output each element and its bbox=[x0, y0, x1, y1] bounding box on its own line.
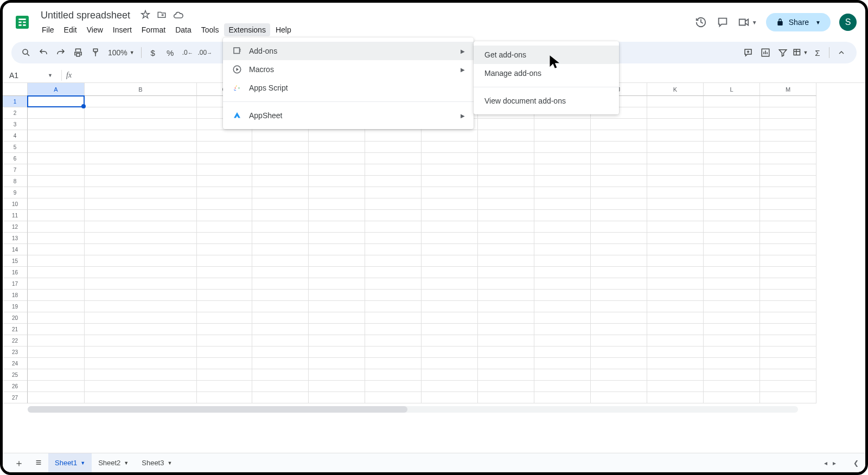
menu-item-macros[interactable]: Macros▶ bbox=[223, 60, 474, 79]
cell[interactable] bbox=[309, 233, 365, 244]
cell[interactable] bbox=[478, 233, 534, 244]
cell[interactable] bbox=[252, 187, 309, 198]
cell[interactable] bbox=[534, 369, 591, 381]
cell[interactable] bbox=[309, 301, 365, 312]
cell[interactable] bbox=[28, 312, 85, 324]
horizontal-scrollbar[interactable] bbox=[28, 406, 798, 413]
row-header[interactable]: 15 bbox=[3, 255, 28, 267]
cell[interactable] bbox=[478, 301, 534, 312]
cell[interactable] bbox=[422, 210, 478, 221]
doc-title[interactable]: Untitled spreadsheet bbox=[37, 9, 133, 22]
row-header[interactable]: 3 bbox=[3, 119, 28, 130]
cell[interactable] bbox=[365, 142, 422, 153]
cell[interactable] bbox=[85, 96, 197, 107]
row-header[interactable]: 10 bbox=[3, 198, 28, 210]
cell[interactable] bbox=[534, 130, 591, 142]
cell[interactable] bbox=[591, 153, 647, 164]
select-all-corner[interactable] bbox=[3, 83, 28, 96]
cell[interactable] bbox=[760, 187, 816, 198]
cell[interactable] bbox=[28, 221, 85, 233]
cell[interactable] bbox=[591, 278, 647, 290]
decrease-decimal-icon[interactable]: .0← bbox=[180, 44, 196, 61]
cell[interactable] bbox=[422, 369, 478, 381]
col-header[interactable]: B bbox=[85, 83, 197, 96]
cell[interactable] bbox=[85, 278, 197, 290]
cell[interactable] bbox=[760, 392, 816, 403]
cell[interactable] bbox=[365, 392, 422, 403]
cell[interactable] bbox=[365, 301, 422, 312]
cell[interactable] bbox=[197, 210, 252, 221]
cell[interactable] bbox=[704, 176, 760, 187]
cell[interactable] bbox=[478, 312, 534, 324]
cell[interactable] bbox=[28, 244, 85, 255]
cell[interactable] bbox=[365, 153, 422, 164]
cell[interactable] bbox=[647, 233, 704, 244]
col-header[interactable]: K bbox=[647, 83, 704, 96]
cell[interactable] bbox=[534, 346, 591, 358]
cell[interactable] bbox=[309, 381, 365, 392]
menu-data[interactable]: Data bbox=[171, 23, 196, 36]
cell[interactable] bbox=[704, 324, 760, 335]
cell[interactable] bbox=[252, 130, 309, 142]
cell[interactable] bbox=[85, 164, 197, 176]
collapse-toolbar-icon[interactable] bbox=[833, 48, 850, 57]
cell[interactable] bbox=[28, 267, 85, 278]
cell[interactable] bbox=[365, 267, 422, 278]
row-header[interactable]: 4 bbox=[3, 130, 28, 142]
cell[interactable] bbox=[704, 198, 760, 210]
cell[interactable] bbox=[197, 290, 252, 301]
cell[interactable] bbox=[591, 221, 647, 233]
cell[interactable] bbox=[534, 198, 591, 210]
cell[interactable] bbox=[28, 358, 85, 369]
cloud-icon[interactable] bbox=[173, 10, 184, 21]
cell[interactable] bbox=[422, 278, 478, 290]
cell[interactable] bbox=[534, 255, 591, 267]
cell[interactable] bbox=[309, 244, 365, 255]
cell[interactable] bbox=[647, 358, 704, 369]
move-icon[interactable] bbox=[157, 10, 167, 21]
submenu-item-view-document-add-ons[interactable]: View document add-ons bbox=[474, 92, 619, 110]
col-header[interactable]: A bbox=[28, 83, 85, 96]
cell[interactable] bbox=[197, 324, 252, 335]
cell[interactable] bbox=[704, 312, 760, 324]
star-icon[interactable] bbox=[141, 10, 150, 21]
cell[interactable] bbox=[478, 358, 534, 369]
cell[interactable] bbox=[422, 153, 478, 164]
sheet-tab-sheet3[interactable]: Sheet3▼ bbox=[135, 453, 178, 473]
cell[interactable] bbox=[28, 335, 85, 346]
cell[interactable] bbox=[534, 290, 591, 301]
cell[interactable] bbox=[478, 255, 534, 267]
cell[interactable] bbox=[647, 96, 704, 107]
cell[interactable] bbox=[534, 119, 591, 130]
cell[interactable] bbox=[85, 233, 197, 244]
cell[interactable] bbox=[309, 312, 365, 324]
cell[interactable] bbox=[478, 278, 534, 290]
cell[interactable] bbox=[591, 119, 647, 130]
cell[interactable] bbox=[85, 176, 197, 187]
cell[interactable] bbox=[309, 346, 365, 358]
cell[interactable] bbox=[197, 369, 252, 381]
cell[interactable] bbox=[365, 255, 422, 267]
row-header[interactable]: 24 bbox=[3, 358, 28, 369]
cell[interactable] bbox=[704, 301, 760, 312]
cell[interactable] bbox=[197, 187, 252, 198]
cell[interactable] bbox=[591, 255, 647, 267]
cell[interactable] bbox=[197, 198, 252, 210]
row-header[interactable]: 13 bbox=[3, 233, 28, 244]
cell[interactable] bbox=[760, 176, 816, 187]
cell[interactable] bbox=[28, 176, 85, 187]
cell[interactable] bbox=[704, 369, 760, 381]
menu-format[interactable]: Format bbox=[137, 23, 170, 36]
cell[interactable] bbox=[365, 324, 422, 335]
cell[interactable] bbox=[28, 392, 85, 403]
row-header[interactable]: 5 bbox=[3, 142, 28, 153]
cell[interactable] bbox=[252, 290, 309, 301]
cell[interactable] bbox=[422, 392, 478, 403]
cell[interactable] bbox=[422, 198, 478, 210]
cell[interactable] bbox=[704, 381, 760, 392]
cell[interactable] bbox=[591, 198, 647, 210]
cell[interactable] bbox=[478, 290, 534, 301]
cell[interactable] bbox=[422, 164, 478, 176]
cell[interactable] bbox=[85, 312, 197, 324]
cell[interactable] bbox=[534, 244, 591, 255]
